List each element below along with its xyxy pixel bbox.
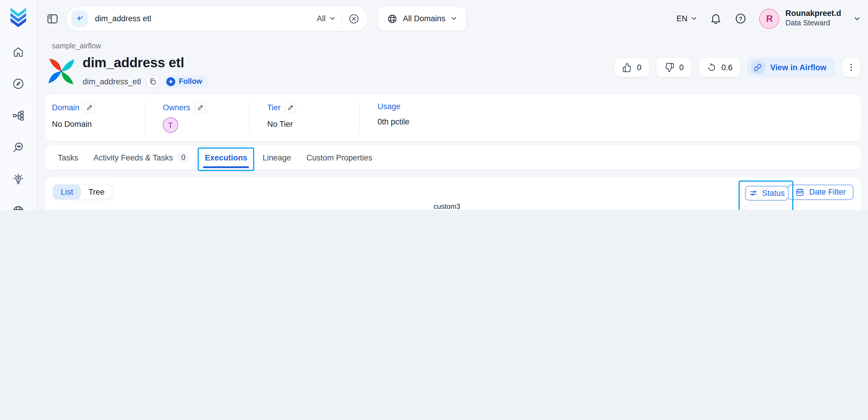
owner-avatar[interactable]: T bbox=[163, 117, 178, 133]
tab-executions-label: Executions bbox=[205, 153, 247, 162]
lineage-sitemap-icon[interactable] bbox=[12, 109, 25, 122]
meta-owners: Owners T bbox=[145, 102, 249, 133]
edit-tier-icon[interactable] bbox=[285, 102, 296, 113]
view-toggle-tree[interactable]: Tree bbox=[81, 185, 112, 200]
sliders-icon bbox=[749, 189, 758, 198]
meta-domain: Domain No Domain bbox=[45, 102, 145, 133]
user-role: Data Steward bbox=[785, 19, 841, 28]
thumbs-down-icon bbox=[664, 62, 675, 72]
usage-label: Usage bbox=[377, 102, 401, 111]
entity-meta-card: Domain No Domain Owners T bbox=[45, 94, 861, 141]
usage-value: 0th pctile bbox=[377, 117, 409, 126]
owners-label: Owners bbox=[163, 103, 190, 112]
status-filter-button[interactable]: Status bbox=[745, 186, 789, 201]
globe-icon bbox=[387, 13, 398, 24]
custom3-label: custom3 bbox=[434, 202, 460, 210]
view-toggle-list[interactable]: List bbox=[53, 185, 81, 200]
tab-activity-label: Activity Feeds & Tasks bbox=[93, 153, 173, 162]
top-navbar: All All Domains EN bbox=[37, 0, 868, 37]
explore-compass-icon[interactable] bbox=[12, 77, 25, 90]
follow-button[interactable]: ★ Follow bbox=[164, 75, 209, 88]
status-filter-highlight-box: Status All Success Failed Pending Skippe… bbox=[739, 181, 794, 210]
all-domains-button[interactable]: All Domains bbox=[378, 7, 466, 30]
navbar-right: EN ? R Rounakpreet.d Data Steward bbox=[676, 8, 861, 29]
page-title: dim_address etl bbox=[83, 55, 209, 71]
tab-lineage[interactable]: Lineage bbox=[263, 153, 291, 162]
ai-sparkle-icon bbox=[71, 10, 88, 27]
domains-globe-icon[interactable] bbox=[12, 205, 25, 210]
edit-owners-icon[interactable] bbox=[194, 102, 206, 113]
svg-text:?: ? bbox=[739, 16, 743, 22]
chevron-down-icon[interactable] bbox=[854, 15, 861, 22]
tab-activity[interactable]: Activity Feeds & Tasks 0 bbox=[93, 153, 190, 162]
executions-panel: List Tree Date Filter custom3 bbox=[45, 177, 861, 210]
chevron-down-icon bbox=[451, 16, 457, 22]
sidebar-toggle-icon[interactable] bbox=[46, 12, 59, 25]
search-scope-dropdown[interactable]: All bbox=[317, 14, 336, 23]
more-options-button[interactable] bbox=[842, 57, 861, 77]
kebab-menu-icon bbox=[846, 63, 856, 72]
entity-header: dim_address etl dim_address_etl ★ Follow bbox=[45, 54, 861, 88]
refresh-icon bbox=[707, 62, 717, 72]
downvote-button[interactable]: 0 bbox=[656, 57, 692, 77]
view-in-airflow-label: View in Airflow bbox=[770, 63, 827, 72]
date-filter-button[interactable]: Date Filter bbox=[787, 184, 854, 200]
app-logo-icon[interactable] bbox=[9, 8, 27, 28]
status-filter-label: Status bbox=[762, 189, 785, 198]
breadcrumb[interactable]: sample_airflow bbox=[52, 42, 861, 50]
page-content: sample_airflow dim_address etl dim_addre… bbox=[37, 37, 868, 210]
notifications-bell-icon[interactable] bbox=[710, 12, 722, 25]
all-domains-label: All Domains bbox=[403, 14, 445, 23]
entity-title-block: dim_address etl dim_address_etl ★ Follow bbox=[83, 54, 209, 88]
meta-usage: Usage 0th pctile bbox=[359, 102, 427, 133]
search-input[interactable] bbox=[94, 13, 311, 24]
tab-tasks[interactable]: Tasks bbox=[58, 153, 78, 162]
home-icon[interactable] bbox=[12, 46, 25, 58]
entity-actions: 0 0 0.6 bbox=[614, 57, 861, 77]
downvote-count: 0 bbox=[679, 63, 684, 72]
user-name: Rounakpreet.d bbox=[785, 9, 841, 19]
status-filter-dropdown: All Success Failed Pending Skipped Abort… bbox=[746, 205, 791, 210]
app-window: All All Domains EN bbox=[0, 0, 868, 210]
domain-value: No Domain bbox=[52, 120, 127, 129]
view-toggle: List Tree bbox=[53, 184, 113, 200]
insights-bulb-icon[interactable] bbox=[12, 173, 25, 186]
help-icon[interactable]: ? bbox=[735, 12, 747, 25]
status-option-all[interactable]: All bbox=[746, 209, 791, 210]
entity-tabs: Tasks Activity Feeds & Tasks 0 Execution… bbox=[45, 146, 861, 169]
executions-toolbar: List Tree Date Filter bbox=[53, 184, 854, 200]
user-menu[interactable]: R Rounakpreet.d Data Steward bbox=[760, 8, 841, 29]
tab-executions[interactable]: Executions bbox=[205, 153, 247, 162]
score-button[interactable]: 0.6 bbox=[699, 57, 741, 77]
activity-count-badge: 0 bbox=[177, 153, 190, 162]
score-value: 0.6 bbox=[721, 63, 733, 72]
entity-fqn: dim_address_etl bbox=[83, 77, 141, 86]
search-scope-label: All bbox=[317, 14, 326, 23]
user-avatar: R bbox=[760, 8, 779, 29]
view-in-airflow-button[interactable]: View in Airflow bbox=[747, 57, 835, 77]
chevron-down-icon bbox=[691, 16, 698, 22]
date-filter-label: Date Filter bbox=[809, 187, 846, 197]
airflow-logo-icon bbox=[46, 56, 77, 87]
left-sidebar bbox=[0, 0, 37, 210]
edit-domain-icon[interactable] bbox=[84, 102, 95, 113]
upvote-count: 0 bbox=[637, 63, 642, 72]
tier-value: No Tier bbox=[267, 120, 342, 129]
follow-star-icon: ★ bbox=[166, 77, 175, 86]
tier-label: Tier bbox=[267, 103, 281, 112]
observability-search-eye-icon[interactable] bbox=[12, 141, 25, 154]
copy-icon[interactable] bbox=[146, 75, 159, 88]
meta-tier: Tier No Tier bbox=[249, 102, 359, 133]
main-area: All All Domains EN bbox=[37, 0, 868, 210]
clear-search-icon[interactable] bbox=[348, 13, 360, 25]
follow-label: Follow bbox=[179, 77, 202, 86]
active-tab-underline bbox=[203, 166, 249, 168]
global-search-bar[interactable]: All bbox=[66, 6, 368, 31]
tab-custom-properties[interactable]: Custom Properties bbox=[306, 153, 373, 162]
sidebar-nav bbox=[12, 46, 25, 210]
search-divider bbox=[342, 13, 342, 25]
domain-label: Domain bbox=[52, 103, 79, 112]
chevron-down-icon bbox=[329, 16, 336, 22]
language-selector[interactable]: EN bbox=[676, 14, 698, 23]
upvote-button[interactable]: 0 bbox=[614, 57, 650, 77]
